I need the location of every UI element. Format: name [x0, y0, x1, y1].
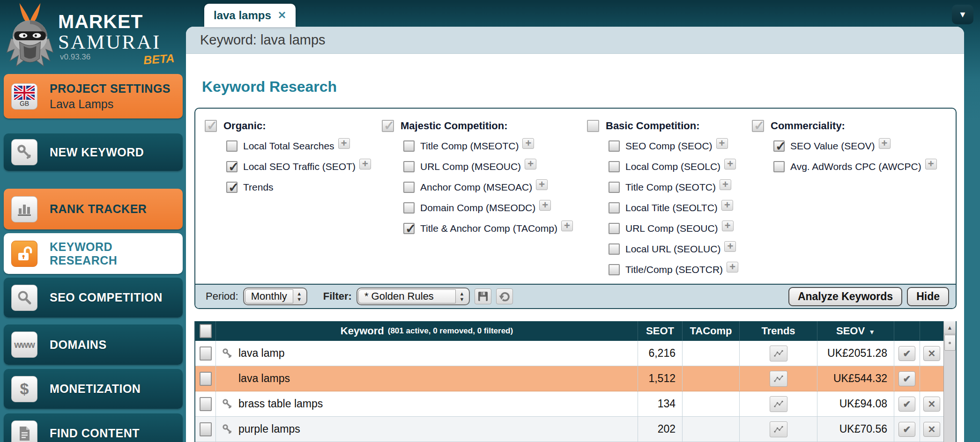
metric-checkbox[interactable]	[403, 161, 415, 172]
column-header-keyword[interactable]: Keyword (801 active, 0 removed, 0 filter…	[216, 321, 638, 341]
scrollbar-thumb[interactable]	[944, 335, 956, 351]
add-metric-button[interactable]	[536, 179, 548, 190]
trend-chart-button[interactable]	[770, 421, 787, 437]
metric-checkbox[interactable]	[226, 182, 238, 193]
add-metric-button[interactable]	[724, 159, 736, 169]
tab-close-icon[interactable]	[278, 10, 286, 21]
column-header-trends[interactable]: Trends	[740, 321, 817, 341]
table-row[interactable]: purple lamps 202 UK£70.56	[195, 417, 943, 442]
sidebar-item-new-keyword[interactable]: NEW KEYWORD	[4, 133, 183, 171]
beta-badge: BETA	[143, 52, 175, 67]
remove-keyword-button[interactable]	[923, 422, 940, 437]
metric-group-majestic: Majestic Competition: Title Comp (MSEOTC…	[382, 116, 587, 280]
trend-chart-button[interactable]	[770, 371, 787, 387]
metric-group-basic: Basic Competition: SEO Comp (SEOC) Local…	[587, 116, 752, 280]
tab-label: lava lamps	[214, 9, 271, 22]
row-checkbox[interactable]	[200, 397, 212, 411]
group-checkbox[interactable]	[587, 120, 599, 132]
bar-chart-icon	[11, 196, 37, 222]
hide-button[interactable]: Hide	[907, 287, 949, 306]
add-metric-button[interactable]	[724, 241, 736, 252]
sidebar-item-label: RANK TRACKER	[50, 202, 147, 215]
period-select[interactable]: Monthly	[243, 287, 307, 305]
keep-keyword-button[interactable]	[898, 422, 915, 437]
save-filter-button[interactable]	[475, 288, 491, 304]
metric-checkbox[interactable]	[609, 243, 620, 255]
group-checkbox[interactable]	[752, 120, 764, 132]
add-metric-button[interactable]	[539, 200, 551, 211]
column-header-seov[interactable]: SEOV	[817, 321, 894, 341]
metric-checkbox[interactable]	[609, 182, 620, 193]
metric-checkbox[interactable]	[773, 140, 785, 152]
add-metric-button[interactable]	[338, 138, 350, 149]
brand-text: MARKET SAMURAI v0.93.36 BETA	[58, 12, 174, 66]
metric-checkbox[interactable]	[403, 182, 415, 193]
metric-checkbox[interactable]	[226, 140, 238, 152]
group-checkbox[interactable]	[205, 120, 217, 132]
add-metric-button[interactable]	[720, 179, 731, 190]
table-row[interactable]: brass table lamps 134 UK£94.08	[195, 391, 943, 417]
table-row-selected[interactable]: lava lamps 1,512 UK£544.32	[195, 366, 943, 391]
trend-sparkline-icon	[773, 375, 784, 383]
sidebar-item-rank-tracker[interactable]: RANK TRACKER	[4, 189, 183, 229]
market-samurai-window: lava lamps MARKET S	[0, 0, 980, 442]
keyword-key-icon	[222, 398, 233, 410]
flag-code-label: GB	[20, 100, 29, 107]
add-metric-button[interactable]	[525, 159, 536, 169]
add-metric-button[interactable]	[561, 221, 573, 231]
trend-sparkline-icon	[773, 400, 784, 408]
sidebar-item-keyword-research[interactable]: KEYWORD RESEARCH	[4, 233, 183, 274]
analyze-keywords-button[interactable]: Analyze Keywords	[788, 287, 902, 306]
stepper-arrows-icon[interactable]	[456, 289, 468, 303]
sidebar-item-find-content[interactable]: FIND CONTENT	[4, 413, 183, 442]
row-checkbox[interactable]	[200, 422, 212, 436]
metric-checkbox[interactable]	[609, 223, 620, 234]
trend-chart-button[interactable]	[770, 346, 787, 361]
add-metric-button[interactable]	[716, 138, 728, 149]
column-header-seot[interactable]: SEOT	[638, 321, 683, 341]
metric-checkbox[interactable]	[226, 161, 238, 172]
remove-keyword-button[interactable]	[923, 397, 940, 412]
remove-keyword-button[interactable]	[923, 346, 940, 361]
sidebar-item-seo-competition[interactable]: SEO COMPETITION	[4, 278, 183, 317]
add-metric-button[interactable]	[522, 138, 534, 149]
stepper-arrows-icon[interactable]	[293, 289, 305, 303]
reset-filter-button[interactable]	[496, 288, 513, 304]
metric-checkbox[interactable]	[403, 140, 415, 152]
keep-keyword-button[interactable]	[898, 397, 915, 412]
add-metric-button[interactable]	[879, 138, 891, 149]
project-name-label: Lava Lamps	[50, 97, 171, 111]
sidebar-item-domains[interactable]: www DOMAINS	[4, 324, 183, 365]
select-all-checkbox[interactable]	[200, 324, 212, 338]
add-metric-button[interactable]	[722, 221, 734, 231]
filter-toolbar: Period: Monthly Filter: * Golden Rules	[195, 284, 956, 308]
scroll-up-arrow-icon[interactable]	[944, 321, 956, 334]
sidebar-item-label: FIND CONTENT	[50, 427, 140, 440]
filter-label: Filter:	[323, 290, 352, 302]
keep-keyword-button[interactable]	[898, 371, 915, 386]
tab-lava-lamps[interactable]: lava lamps	[204, 4, 296, 27]
metric-checkbox[interactable]	[609, 161, 620, 172]
window-menu-button[interactable]	[952, 5, 973, 24]
metric-checkbox[interactable]	[609, 140, 620, 152]
metric-checkbox[interactable]	[403, 223, 415, 234]
add-metric-button[interactable]	[727, 262, 738, 273]
sidebar-item-project-settings[interactable]: GB PROJECT SETTINGS Lava Lamps	[4, 74, 183, 118]
keep-keyword-button[interactable]	[898, 346, 915, 361]
column-header-tacomp[interactable]: TAComp	[683, 321, 740, 341]
metric-checkbox[interactable]	[403, 202, 415, 214]
add-metric-button[interactable]	[925, 159, 937, 169]
metric-checkbox[interactable]	[609, 264, 620, 275]
add-metric-button[interactable]	[359, 159, 371, 169]
filter-select[interactable]: * Golden Rules	[356, 287, 470, 305]
table-scrollbar[interactable]	[943, 321, 956, 442]
metric-checkbox[interactable]	[773, 161, 785, 172]
group-checkbox[interactable]	[382, 120, 394, 132]
sidebar-item-monetization[interactable]: $ MONETIZATION	[4, 369, 183, 409]
row-checkbox[interactable]	[200, 346, 212, 361]
row-checkbox[interactable]	[200, 372, 212, 386]
add-metric-button[interactable]	[721, 200, 733, 211]
metric-checkbox[interactable]	[609, 202, 620, 214]
table-row[interactable]: lava lamp 6,216 UK£2051.28	[195, 341, 943, 366]
trend-chart-button[interactable]	[770, 396, 787, 412]
